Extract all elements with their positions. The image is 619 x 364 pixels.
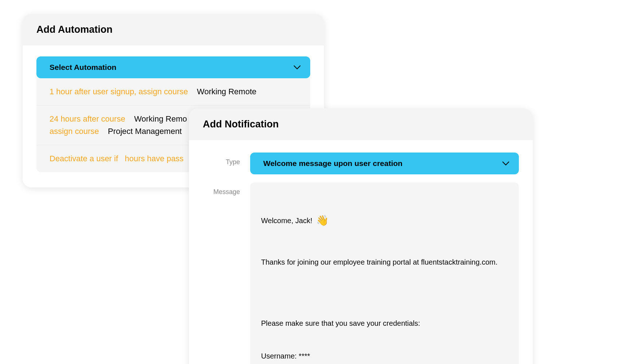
automation-rule-text: 1 hour after user signup, assign course (50, 87, 188, 96)
wave-icon: 👋 (316, 213, 329, 228)
notification-card-title: Add Notification (189, 108, 533, 140)
message-textarea[interactable]: Welcome, Jack! 👋 Thanks for joining our … (250, 182, 519, 364)
message-row: Message Welcome, Jack! 👋 Thanks for join… (207, 182, 519, 364)
type-row: Type Welcome message upon user creation (207, 153, 519, 174)
message-username-line: Username: **** (261, 351, 508, 361)
type-label: Type (207, 153, 250, 166)
select-automation-label: Select Automation (50, 63, 117, 72)
add-notification-card: Add Notification Type Welcome message up… (189, 108, 533, 364)
message-greeting: Welcome, Jack! (261, 215, 312, 226)
message-line: Thanks for joining our employee training… (261, 257, 508, 268)
message-line: Please make sure that you save your cred… (261, 318, 508, 329)
automation-card-title: Add Automation (23, 14, 324, 46)
notification-card-body: Type Welcome message upon user creation … (189, 140, 533, 364)
automation-rule-value: Project Management (108, 127, 182, 136)
message-label: Message (207, 182, 250, 196)
automation-rule-value: Working Remo (134, 114, 187, 123)
chevron-down-icon (293, 65, 301, 70)
automation-rule-text: Deactivate a user if (50, 154, 118, 163)
automation-rule-value: Working Remote (197, 87, 256, 96)
notification-type-value: Welcome message upon user creation (263, 159, 402, 168)
automation-rule-text: hours have pass (125, 154, 184, 163)
automation-rule-text: 24 hours after course (50, 114, 125, 123)
notification-type-dropdown[interactable]: Welcome message upon user creation (250, 153, 519, 174)
automation-rule-text: assign course (50, 127, 99, 136)
automation-item[interactable]: 1 hour after user signup, assign course … (36, 78, 310, 105)
select-automation-dropdown[interactable]: Select Automation (36, 56, 310, 78)
chevron-down-icon (502, 161, 509, 166)
message-credentials-block: Please make sure that you save your cred… (261, 296, 508, 364)
